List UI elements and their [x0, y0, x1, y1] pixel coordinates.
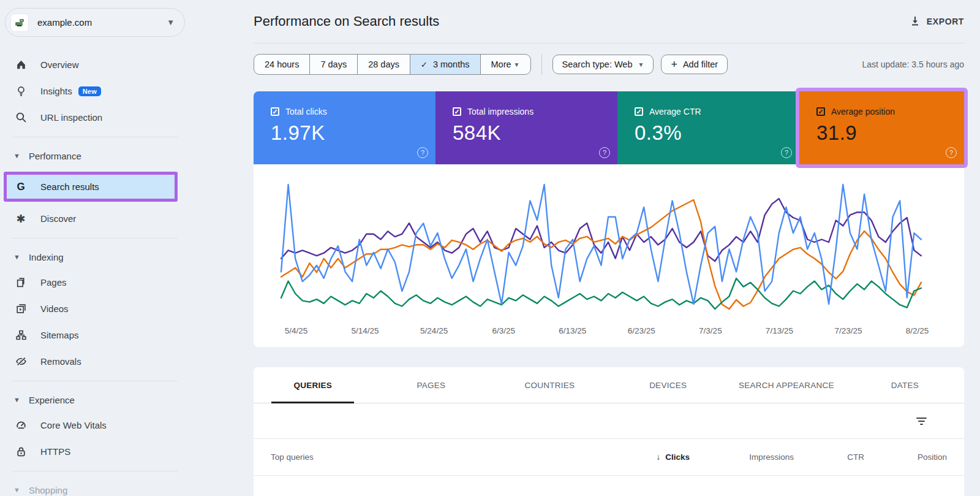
performance-chart-card: ✓ Total clicks 1.97K ? ✓ Total impressio… — [254, 91, 964, 347]
sidebar-item-discover[interactable]: ✱ Discover — [0, 205, 190, 232]
filter-list-icon[interactable] — [913, 414, 930, 429]
sidebar-item-label: URL inspection — [40, 112, 102, 123]
dimension-tabs: QUERIES PAGES COUNTRIES DEVICES SEARCH A… — [254, 367, 964, 403]
sidebar-item-label: Pages — [40, 277, 67, 288]
export-button[interactable]: EXPORT — [910, 15, 964, 28]
checkbox-checked-icon[interactable]: ✓ — [271, 107, 279, 116]
chevron-down-icon: ▼ — [13, 486, 20, 494]
column-impressions[interactable]: Impressions — [690, 452, 794, 462]
tab-countries[interactable]: COUNTRIES — [491, 367, 609, 403]
sidebar-item-removals[interactable]: Removals — [0, 348, 190, 375]
range-28-days[interactable]: 28 days — [357, 55, 410, 74]
range-more[interactable]: More ▼ — [480, 55, 530, 74]
sidebar-item-overview[interactable]: Overview — [0, 52, 190, 78]
sidebar-item-https[interactable]: HTTPS — [0, 438, 190, 465]
chevron-down-icon: ▼ — [13, 253, 20, 261]
metric-value: 0.3% — [635, 121, 799, 145]
sidebar: example.com ▼ Overview Insights New — [0, 0, 190, 496]
chevron-down-icon: ▼ — [13, 396, 20, 403]
tab-queries[interactable]: QUERIES — [254, 367, 372, 403]
property-name: example.com — [37, 17, 167, 28]
line-chart — [254, 169, 964, 322]
main-content: Performance on Search results EXPORT 24 … — [254, 0, 964, 496]
x-tick: 7/23/25 — [834, 326, 862, 335]
help-icon[interactable]: ? — [781, 147, 792, 158]
sitemap-icon — [15, 329, 27, 341]
range-24-hours[interactable]: 24 hours — [254, 55, 309, 74]
pages-icon — [15, 277, 27, 289]
sidebar-item-label: Sitemaps — [40, 330, 79, 340]
tab-dates[interactable]: DATES — [846, 367, 964, 403]
sidebar-item-pages[interactable]: Pages — [0, 269, 190, 296]
tab-devices[interactable]: DEVICES — [609, 367, 727, 403]
sidebar-divider — [12, 381, 178, 381]
chevron-down-icon: ▼ — [167, 18, 175, 27]
metric-card-average-position[interactable]: ✓ Average position 31.9 ? — [799, 91, 964, 164]
checkbox-checked-icon[interactable]: ✓ — [635, 107, 643, 116]
metric-value: 584K — [453, 121, 617, 145]
sidebar-section-experience[interactable]: ▼ Experience — [0, 387, 190, 412]
filter-bar: 24 hours 7 days 28 days ✓ 3 months More … — [254, 54, 964, 75]
help-icon[interactable]: ? — [599, 147, 610, 158]
sidebar-divider — [12, 137, 178, 137]
metric-card-total-impressions[interactable]: ✓ Total impressions 584K ? — [435, 91, 617, 164]
sidebar-item-label: Videos — [40, 303, 69, 314]
metric-cards-row: ✓ Total clicks 1.97K ? ✓ Total impressio… — [254, 91, 964, 164]
add-filter-button[interactable]: + Add filter — [661, 55, 728, 74]
x-tick: 5/4/25 — [285, 326, 308, 335]
sidebar-item-url-inspection[interactable]: URL inspection — [0, 104, 190, 131]
chevron-down-icon: ▼ — [13, 152, 20, 159]
x-tick: 7/13/25 — [766, 326, 793, 335]
vertical-divider — [541, 54, 542, 75]
dimensions-table-card: QUERIES PAGES COUNTRIES DEVICES SEARCH A… — [254, 367, 964, 496]
range-7-days[interactable]: 7 days — [309, 55, 357, 74]
x-tick: 8/2/25 — [906, 326, 929, 335]
tab-search-appearance[interactable]: SEARCH APPEARANCE — [727, 367, 845, 403]
sidebar-item-label: HTTPS — [40, 446, 70, 457]
help-icon[interactable]: ? — [417, 147, 428, 158]
checkbox-checked-icon[interactable]: ✓ — [816, 107, 825, 116]
property-selector[interactable]: example.com ▼ — [5, 8, 185, 37]
table-header-row: Top queries ↓Clicks Impressions CTR Posi… — [254, 439, 964, 476]
metric-card-total-clicks[interactable]: ✓ Total clicks 1.97K ? — [254, 91, 435, 164]
sidebar-section-performance[interactable]: ▼ Performance — [0, 143, 190, 168]
sidebar-section-indexing[interactable]: ▼ Indexing — [0, 245, 190, 269]
metric-label: Total impressions — [467, 107, 533, 116]
chevron-down-icon: ▼ — [514, 61, 520, 68]
download-icon — [910, 15, 921, 28]
chevron-down-icon: ▼ — [638, 61, 644, 68]
x-tick: 5/14/25 — [352, 326, 379, 335]
home-icon — [15, 59, 27, 71]
search-results-highlight: G Search results — [4, 172, 178, 202]
video-icon — [15, 303, 27, 315]
page-title: Performance on Search results — [254, 13, 439, 29]
metric-card-average-ctr[interactable]: ✓ Average CTR 0.3% ? — [617, 91, 799, 164]
date-range-control: 24 hours 7 days 28 days ✓ 3 months More … — [254, 54, 531, 75]
google-g-icon: G — [15, 181, 27, 193]
checkbox-checked-icon[interactable]: ✓ — [453, 107, 461, 116]
lock-icon — [15, 446, 27, 458]
sidebar-item-label: Removals — [40, 356, 81, 367]
sidebar-item-search-results[interactable]: G Search results — [7, 175, 175, 199]
lightbulb-icon — [15, 85, 27, 97]
check-icon: ✓ — [421, 60, 428, 69]
sidebar-item-core-web-vitals[interactable]: Core Web Vitals — [0, 412, 190, 438]
help-icon[interactable]: ? — [946, 147, 957, 158]
x-tick: 6/23/25 — [628, 326, 655, 335]
column-position[interactable]: Position — [864, 452, 947, 462]
average-position-highlight: ✓ Average position 31.9 ? — [799, 91, 964, 164]
sidebar-item-insights[interactable]: Insights New — [0, 78, 190, 104]
x-tick: 5/24/25 — [420, 326, 448, 335]
eye-off-icon — [15, 356, 27, 368]
sidebar-item-videos[interactable]: Videos — [0, 296, 190, 322]
sidebar-item-sitemaps[interactable]: Sitemaps — [0, 322, 190, 348]
plus-icon: + — [671, 58, 677, 71]
tab-pages[interactable]: PAGES — [372, 367, 490, 403]
range-3-months[interactable]: ✓ 3 months — [410, 55, 480, 74]
sidebar-item-label: Search results — [40, 181, 99, 192]
column-clicks[interactable]: ↓Clicks — [598, 452, 690, 462]
search-type-filter[interactable]: Search type: Web ▼ — [552, 55, 654, 74]
metric-value: 1.97K — [271, 121, 435, 145]
sidebar-section-shopping[interactable]: ▼ Shopping — [0, 478, 190, 496]
column-ctr[interactable]: CTR — [794, 452, 864, 462]
